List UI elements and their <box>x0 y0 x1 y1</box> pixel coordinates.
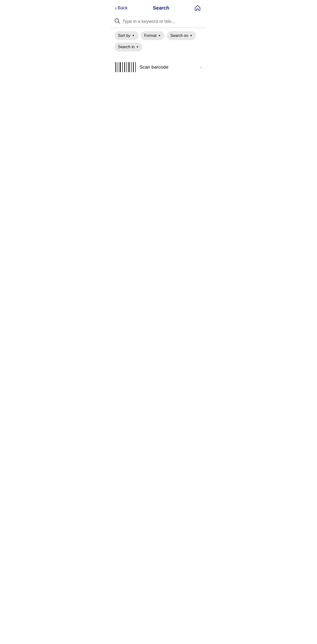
format-chevron-icon: ▼ <box>158 34 161 38</box>
page-title: Search <box>129 5 193 11</box>
search-input[interactable] <box>122 19 203 24</box>
filters-row-1: Sort by ▼ Format ▼ Search on ▼ <box>111 28 206 40</box>
back-label: Back <box>118 6 128 10</box>
search-bar <box>114 18 203 28</box>
sort-by-button[interactable]: Sort by ▼ <box>114 31 138 40</box>
search-on-chevron-icon: ▼ <box>190 34 193 38</box>
search-in-button[interactable]: Search in ▼ <box>114 42 142 52</box>
search-on-button[interactable]: Search on ▼ <box>167 31 196 40</box>
format-label: Format <box>144 34 157 38</box>
search-icon <box>114 18 120 24</box>
format-button[interactable]: Format ▼ <box>141 31 165 40</box>
scan-barcode-label: Scan barcode <box>140 64 168 70</box>
scan-barcode-row[interactable]: Scan barcode › <box>111 57 206 78</box>
filters-row-2: Search in ▼ <box>111 40 206 55</box>
sort-by-label: Sort by <box>118 34 130 38</box>
back-button[interactable]: ‹ Back <box>113 4 129 12</box>
barcode-icon <box>115 62 136 72</box>
scan-barcode-left: Scan barcode <box>115 62 168 72</box>
home-button[interactable] <box>193 4 202 12</box>
scan-barcode-chevron-icon: › <box>200 65 202 70</box>
header: ‹ Back Search <box>111 0 206 16</box>
sort-by-chevron-icon: ▼ <box>132 34 135 38</box>
search-in-chevron-icon: ▼ <box>136 45 139 49</box>
svg-line-1 <box>118 22 120 23</box>
search-bar-container <box>111 16 206 28</box>
chevron-left-icon: ‹ <box>115 5 117 11</box>
search-in-label: Search in <box>118 45 135 49</box>
home-icon <box>194 4 201 11</box>
search-on-label: Search on <box>170 34 188 38</box>
